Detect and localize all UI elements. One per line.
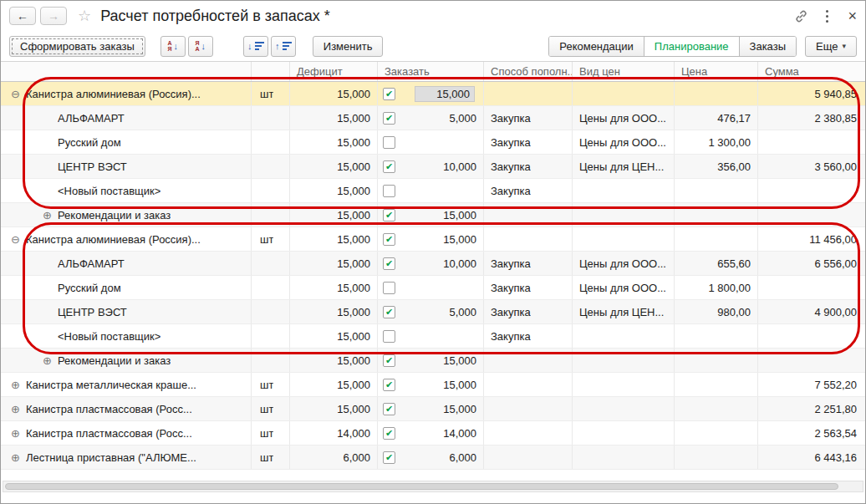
collapse-all-button[interactable]: ↓	[243, 36, 268, 57]
tab-recommendations[interactable]: Рекомендации	[549, 37, 644, 56]
unit-cell: шт	[252, 373, 290, 396]
method-cell: Закупка	[484, 106, 573, 130]
order-cell	[378, 130, 484, 154]
deficit-cell: 15,000	[290, 324, 378, 348]
order-checkbox[interactable]: ✔	[383, 354, 395, 367]
order-checkbox[interactable]: ✔	[383, 379, 395, 391]
expand-node-icon[interactable]: ⊕	[11, 427, 26, 440]
item-name: Русский дом	[58, 282, 121, 294]
table-row[interactable]: ⊖Канистра алюминиевая (Россия)...шт15,00…	[1, 227, 865, 252]
unit-cell	[252, 252, 290, 275]
chevron-down-icon: ▾	[842, 42, 846, 50]
sum-cell: 4 900,00	[758, 300, 865, 323]
sort-ascending-icon: АЯ	[168, 40, 172, 52]
expand-node-icon[interactable]: ⊕	[11, 379, 26, 391]
edit-button[interactable]: Изменить	[313, 36, 384, 57]
sum-cell	[758, 179, 865, 202]
unit-cell	[252, 324, 290, 348]
order-checkbox[interactable]: ✔	[383, 160, 395, 173]
method-cell: Закупка	[484, 155, 573, 178]
table-row[interactable]: АЛЬФАМАРТ15,000✔10,000ЗакупкаЦены для ОО…	[1, 252, 865, 276]
header-price-type[interactable]: Вид цен	[573, 62, 675, 81]
order-qty: 14,000	[443, 427, 476, 440]
sum-cell: 6 556,00	[758, 252, 865, 275]
item-name: ЦЕНТР ВЭСТ	[58, 306, 127, 318]
order-checkbox[interactable]: ✔	[383, 209, 395, 221]
order-checkbox[interactable]: ✔	[383, 427, 395, 440]
table-row[interactable]: ЦЕНТР ВЭСТ15,000✔10,000ЗакупкаЦены для Ц…	[1, 155, 865, 179]
order-cell	[378, 276, 484, 299]
table-row[interactable]: <Новый поставщик>15,000Закупка	[1, 324, 865, 349]
tab-orders[interactable]: Заказы	[740, 37, 796, 56]
header-name[interactable]	[1, 62, 252, 81]
order-checkbox[interactable]: ✔	[383, 451, 395, 464]
deficit-cell: 15,000	[290, 106, 378, 130]
tab-planning[interactable]: Планирование	[644, 37, 740, 56]
sort-ascending-button[interactable]: АЯ ↓	[160, 36, 186, 57]
tree-levels-icon	[255, 41, 264, 51]
expand-node-icon[interactable]: ⊕	[11, 403, 26, 415]
order-checkbox[interactable]: ✔	[383, 257, 395, 270]
order-cell: ✔10,000	[378, 155, 484, 178]
table-row[interactable]: ⊕Рекомендации и заказ15,000✔15,000	[1, 349, 865, 373]
deficit-cell: 15,000	[290, 397, 378, 420]
order-checkbox[interactable]	[383, 185, 395, 197]
table-row[interactable]: ⊕Лестница приставная ("АЛЮМЕ...шт6,000✔6…	[1, 445, 865, 470]
order-checkbox[interactable]: ✔	[383, 306, 395, 318]
order-checkbox[interactable]	[383, 136, 395, 149]
order-checkbox[interactable]	[383, 282, 395, 294]
table-row[interactable]: ⊕Рекомендации и заказ15,000✔15,000	[1, 203, 865, 227]
order-checkbox[interactable]: ✔	[383, 233, 395, 246]
order-checkbox[interactable]	[383, 330, 395, 343]
forward-button[interactable]: →	[40, 7, 67, 25]
create-orders-button[interactable]: Сформировать заказы	[9, 36, 145, 57]
name-cell: ⊕Лестница приставная ("АЛЮМЕ...	[1, 445, 252, 469]
scrollbar-thumb[interactable]	[5, 483, 838, 490]
sum-cell: 11 456,00	[758, 227, 865, 251]
table-row[interactable]: ⊕Канистра пластмассовая (Росс...шт14,000…	[1, 421, 865, 445]
order-checkbox[interactable]: ✔	[383, 88, 395, 100]
item-name: Канистра металлическая краше...	[26, 379, 196, 391]
header-unit[interactable]	[252, 62, 290, 81]
expand-node-icon[interactable]: ⊕	[43, 209, 58, 221]
table-row[interactable]: ⊕Канистра металлическая краше...шт15,000…	[1, 373, 865, 397]
table-row[interactable]: Русский дом15,000ЗакупкаЦены для ООО...1…	[1, 130, 865, 155]
sort-descending-button[interactable]: ЯА ↓	[188, 36, 213, 57]
expand-node-icon[interactable]: ⊕	[43, 354, 58, 367]
expand-all-button[interactable]: ↑	[271, 36, 296, 57]
back-button[interactable]: ←	[9, 7, 36, 25]
collapse-node-icon[interactable]: ⊖	[11, 233, 26, 246]
price-cell	[675, 227, 758, 251]
order-checkbox[interactable]: ✔	[383, 112, 395, 125]
sort-arrow-down-icon2: ↓	[201, 41, 206, 51]
price-type-cell: Цены для ООО...	[573, 106, 675, 130]
favorite-star-icon[interactable]: ☆	[78, 7, 91, 25]
order-qty: 15,000	[443, 379, 476, 391]
table-row[interactable]: Русский дом15,000ЗакупкаЦены для ООО...1…	[1, 276, 865, 300]
menu-kebab-icon[interactable]	[824, 7, 830, 25]
order-checkbox[interactable]: ✔	[383, 403, 395, 415]
expand-node-icon[interactable]: ⊕	[11, 451, 26, 464]
header-order[interactable]: Заказать	[378, 62, 484, 81]
name-cell: Русский дом	[1, 130, 252, 154]
horizontal-scrollbar[interactable]	[3, 481, 863, 492]
get-link-icon[interactable]	[794, 9, 808, 23]
table-row[interactable]: ⊕Канистра пластмассовая (Росс...шт15,000…	[1, 397, 865, 421]
name-cell: ⊖Канистра алюминиевая (Россия)...	[1, 82, 252, 105]
order-qty: 15,000	[443, 233, 476, 246]
table-row[interactable]: ⊖Канистра алюминиевая (Россия)...шт15,00…	[1, 82, 865, 106]
table-row[interactable]: ЦЕНТР ВЭСТ15,000✔5,000ЗакупкаЦены для ЦЕ…	[1, 300, 865, 324]
order-cell: ✔14,000	[378, 421, 484, 445]
collapse-node-icon[interactable]: ⊖	[11, 88, 26, 100]
tab-recommendations-label: Рекомендации	[559, 40, 634, 53]
close-icon[interactable]: ×	[848, 8, 857, 23]
header-sum[interactable]: Сумма	[758, 62, 865, 81]
more-button[interactable]: Еще ▾	[805, 36, 857, 57]
table-row[interactable]: <Новый поставщик>15,000Закупка	[1, 179, 865, 203]
header-deficit[interactable]: Дефицит	[290, 62, 378, 81]
header-price[interactable]: Цена	[675, 62, 758, 81]
table-row[interactable]: АЛЬФАМАРТ15,000✔5,000ЗакупкаЦены для ООО…	[1, 106, 865, 130]
unit-cell: шт	[252, 397, 290, 420]
price-type-cell	[573, 373, 675, 396]
header-method[interactable]: Способ пополн...	[484, 62, 573, 81]
